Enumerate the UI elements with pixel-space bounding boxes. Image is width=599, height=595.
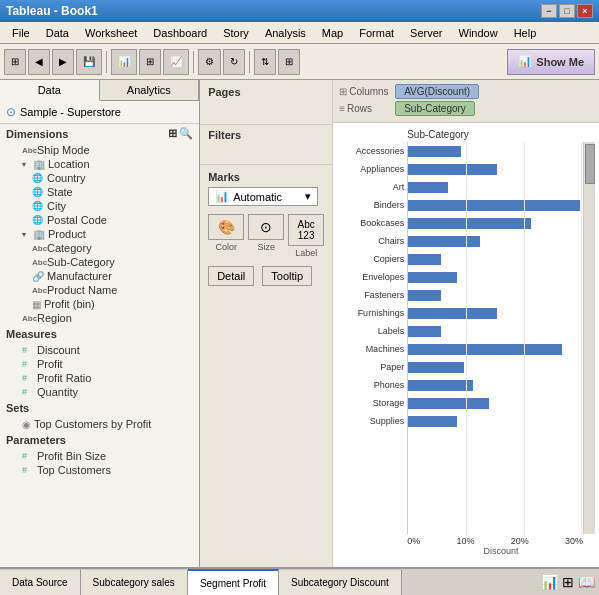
chart-scrollbar[interactable] [583,142,595,534]
toolbar-filter[interactable]: ⚙ [198,49,221,75]
columns-pill[interactable]: AVG(Discount) [395,84,479,99]
menu-format[interactable]: Format [351,25,402,41]
chart-body: Accessories Appliances Art Binders Bookc… [337,142,595,534]
new-sheet-icon[interactable]: 📊 [541,574,558,590]
bar-art [408,178,583,196]
size-mark[interactable]: ⊙ Size [248,214,284,258]
toolbar-forward[interactable]: ▶ [52,49,74,75]
menu-file[interactable]: File [4,25,38,41]
menu-dashboard[interactable]: Dashboard [145,25,215,41]
set-top-customers[interactable]: ◉ Top Customers by Profit [0,417,199,431]
dim-region[interactable]: Abc Region [0,311,199,325]
rows-label: ≡ Rows [339,103,391,114]
dim-postal[interactable]: 🌐 Postal Code [0,213,199,227]
toolbar-save[interactable]: 💾 [76,49,102,75]
search-icon[interactable]: 🔍 [179,127,193,140]
measure-discount[interactable]: # Discount [0,343,199,357]
columns-icon: ⊞ [339,86,347,97]
menu-worksheet[interactable]: Worksheet [77,25,145,41]
datasource-row[interactable]: ⊙ Sample - Superstore [0,101,199,124]
dim-country[interactable]: 🌐 Country [0,171,199,185]
marks-buttons: 🎨 Color ⊙ Size Abc123 Label [208,214,324,258]
set-icon: ◉ [22,419,31,430]
toolbar-table[interactable]: ⊞ [139,49,161,75]
toolbar-chart2[interactable]: 📈 [163,49,189,75]
hash-icon3: # [22,373,34,383]
bar-supplies [408,412,583,430]
chart-area: Sub-Category Accessories Appliances Art … [333,123,599,567]
menu-window[interactable]: Window [451,25,506,41]
marks-label: Marks [208,171,324,183]
panel-tabs: Data Analytics [0,80,199,101]
menu-help[interactable]: Help [506,25,545,41]
bar-copiers [408,250,583,268]
dim-subcategory[interactable]: Abc Sub-Category [0,255,199,269]
size-icon: ⊙ [260,219,272,235]
bin-icon: ▦ [32,299,41,310]
label-mark[interactable]: Abc123 Label [288,214,324,258]
dim-profitbin[interactable]: ▦ Profit (bin) [0,297,199,311]
rows-pill[interactable]: Sub-Category [395,101,475,116]
detail-button[interactable]: Detail [208,266,254,286]
marks-type-dropdown[interactable]: 📊 Automatic ▾ [208,187,318,206]
minimize-button[interactable]: − [541,4,557,18]
tab-subcategory-sales[interactable]: Subcategory sales [81,569,188,595]
bar-envelopes [408,268,583,286]
menu-story[interactable]: Story [215,25,257,41]
dim-category[interactable]: Abc Category [0,241,199,255]
show-me-button[interactable]: 📊 Show Me [507,49,595,75]
measure-profit[interactable]: # Profit [0,357,199,371]
toolbar-back[interactable]: ◀ [28,49,50,75]
toolbar-home[interactable]: ⊞ [4,49,26,75]
dim-productname[interactable]: Abc Product Name [0,283,199,297]
columns-shelf: ⊞ Columns AVG(Discount) [339,84,593,99]
bar-machines [408,340,583,358]
dim-state[interactable]: 🌐 State [0,185,199,199]
dim-product[interactable]: ▾ 🏢 Product [0,227,199,241]
tab-data[interactable]: Data [0,80,100,101]
tab-segment-profit[interactable]: Segment Profit [188,569,279,595]
x-label-30: 30% [565,536,583,546]
toolbar-refresh[interactable]: ↻ [223,49,245,75]
toolbar-group[interactable]: ⊞ [278,49,300,75]
bar-binders [408,196,583,214]
tooltip-button[interactable]: Tooltip [262,266,312,286]
scroll-thumb[interactable] [585,144,595,184]
bar-paper [408,358,583,376]
param-top-customers[interactable]: # Top Customers [0,463,199,477]
y-label-paper: Paper [337,358,404,376]
menu-server[interactable]: Server [402,25,450,41]
abc-icon3: Abc [32,258,44,267]
tab-data-source[interactable]: Data Source [0,569,81,595]
menu-data[interactable]: Data [38,25,77,41]
y-label-envelopes: Envelopes [337,268,404,286]
measure-profit-ratio[interactable]: # Profit Ratio [0,371,199,385]
main-layout: Data Analytics ⊙ Sample - Superstore Dim… [0,80,599,567]
measure-quantity[interactable]: # Quantity [0,385,199,399]
y-label-fasteners: Fasteners [337,286,404,304]
dim-ship-mode[interactable]: Abc Ship Mode [0,143,199,157]
pages-label: Pages [208,86,324,98]
bar-fasteners [408,286,583,304]
marks-detail: Detail Tooltip [208,266,324,286]
menu-analysis[interactable]: Analysis [257,25,314,41]
toolbar-sort[interactable]: ⇅ [254,49,276,75]
new-story-icon[interactable]: 📖 [578,574,595,590]
bar-bookcases [408,214,583,232]
x-label-0: 0% [407,536,420,546]
toolbar-chart[interactable]: 📊 [111,49,137,75]
tab-analytics[interactable]: Analytics [100,80,200,100]
dim-city[interactable]: 🌐 City [0,199,199,213]
dim-manufacturer[interactable]: 🔗 Manufacturer [0,269,199,283]
close-button[interactable]: × [577,4,593,18]
grid-icon[interactable]: ⊞ [168,127,177,140]
new-dashboard-icon[interactable]: ⊞ [562,574,574,590]
color-mark[interactable]: 🎨 Color [208,214,244,258]
maximize-button[interactable]: □ [559,4,575,18]
param-bin-size[interactable]: # Profit Bin Size [0,449,199,463]
dim-location[interactable]: ▾ 🏢 Location [0,157,199,171]
tab-subcategory-discount[interactable]: Subcategory Discount [279,569,402,595]
chart-panel: ⊞ Columns AVG(Discount) ≡ Rows Sub-Categ… [332,80,599,567]
rows-icon: ≡ [339,103,345,114]
menu-map[interactable]: Map [314,25,351,41]
